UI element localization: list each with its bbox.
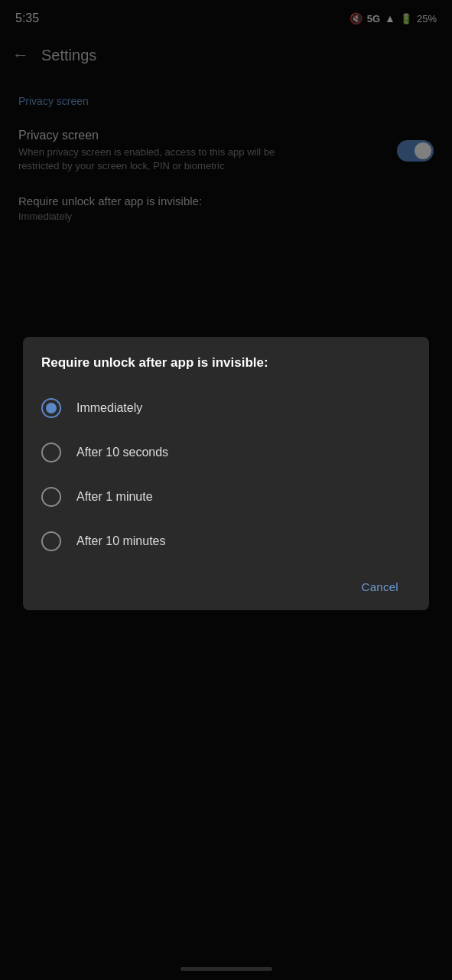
option-after-1-minute-label: After 1 minute — [76, 490, 153, 504]
option-after-10-seconds[interactable]: After 10 seconds — [41, 430, 411, 475]
option-immediately[interactable]: Immediately — [41, 386, 411, 430]
radio-after-1-minute[interactable] — [41, 487, 61, 507]
cancel-button[interactable]: Cancel — [350, 573, 411, 601]
dialog-title: Require unlock after app is invisible: — [41, 355, 411, 371]
radio-immediately[interactable] — [41, 398, 61, 418]
dialog-actions: Cancel — [41, 567, 411, 601]
option-immediately-label: Immediately — [76, 401, 142, 415]
radio-after-10-seconds[interactable] — [41, 443, 61, 462]
unlock-dialog: Require unlock after app is invisible: I… — [23, 337, 429, 610]
option-after-10-minutes[interactable]: After 10 minutes — [41, 519, 411, 564]
option-after-10-seconds-label: After 10 seconds — [76, 446, 168, 459]
option-after-10-minutes-label: After 10 minutes — [76, 534, 166, 548]
option-after-1-minute[interactable]: After 1 minute — [41, 475, 411, 519]
radio-after-10-minutes[interactable] — [41, 531, 61, 551]
